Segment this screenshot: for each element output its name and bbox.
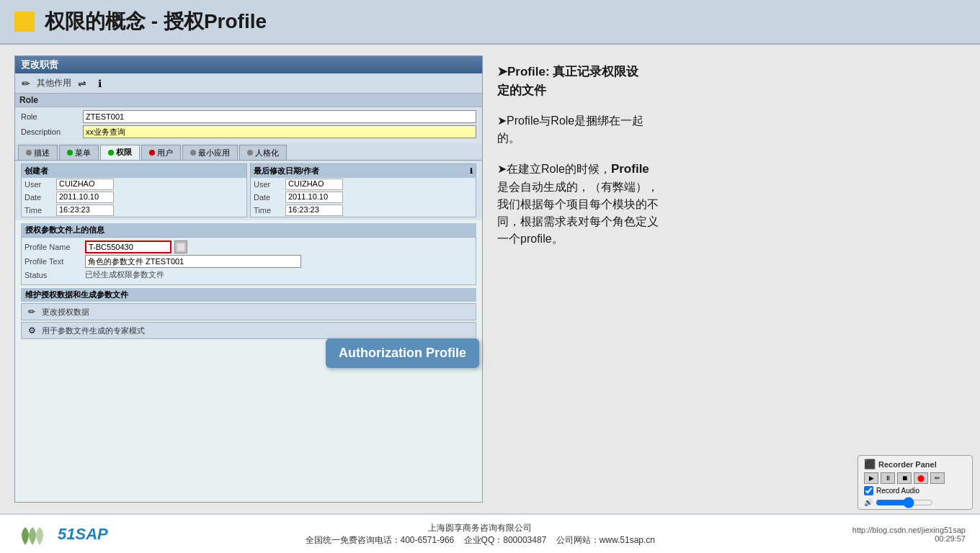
right-item-1: ➤Profile: 真正记录权限设定的文件 (497, 63, 951, 99)
description-field-row: Description (21, 125, 476, 138)
auth-profile-tooltip: Authorization Profile (326, 338, 479, 368)
toolbar-info-icon[interactable]: ℹ (93, 77, 106, 90)
main-content: 更改职责 ✏ 其他作用 ⇌ ℹ Role Role Description (0, 45, 980, 513)
footer-contact: 全国统一免费咨询电话：400-6571-966 企业QQ：800003487 公… (306, 534, 656, 547)
recorder-controls: ▶ ⏸ ⏹ ⬤ ✏ (864, 472, 966, 484)
footer-blog: http://blog.csdn.net/jiexing51sap (852, 526, 966, 534)
tab-describe[interactable]: 描述 (18, 145, 58, 160)
tab-menu[interactable]: 菜单 (59, 145, 99, 160)
footer-company: 上海圆享商务咨询有限公司 (306, 522, 656, 534)
tab-bar: 描述 菜单 权限 用户 最小应用 人格化 (15, 143, 482, 161)
recorder-record-btn[interactable]: ⬤ (914, 472, 928, 484)
toolbar-transfer-icon[interactable]: ⇌ (76, 77, 89, 90)
status-value: 已经生成权限参数文件 (85, 269, 164, 280)
expert-mode-label: 用于参数文件生成的专家模式 (42, 325, 145, 336)
profile-name-row: Profile Name ⬜ (24, 240, 473, 253)
tab-personalize-dot (247, 150, 253, 156)
right-item-2: ➤Profile与Role是捆绑在一起的。 (497, 112, 951, 147)
recorder-volume-slider[interactable] (876, 500, 933, 505)
role-input[interactable] (83, 110, 476, 123)
logo-svg (14, 520, 50, 549)
change-auth-button[interactable]: ✏ 更改授权数据 (21, 303, 476, 320)
auth-params-title-text: 授权参数文件上的信息 (25, 225, 104, 234)
modifier-title-text: 最后修改日期/作者 (254, 166, 319, 176)
tab-auth-label: 权限 (116, 147, 132, 158)
recorder-play-btn[interactable]: ▶ (864, 472, 878, 484)
toolbar-edit-icon[interactable]: ✏ (19, 77, 32, 90)
profile-text-row: Profile Text (24, 255, 473, 268)
creator-date-label: Date (24, 193, 53, 202)
profile-name-icon-btn[interactable]: ⬜ (174, 240, 187, 253)
modifier-info-icon[interactable]: ℹ (470, 167, 473, 175)
creator-user-row: User CUIZHAO (22, 178, 246, 191)
modifier-user-label: User (254, 180, 282, 189)
role-field-row: Role (21, 110, 476, 123)
role-label: Role (19, 95, 38, 105)
recorder-pause-btn[interactable]: ⏸ (881, 472, 895, 484)
change-auth-icon: ✏ (26, 306, 37, 318)
creator-date-row: Date 2011.10.10 (22, 191, 246, 204)
modifier-date-label: Date (254, 193, 282, 202)
profile-name-input[interactable] (85, 240, 172, 253)
status-row: Status 已经生成权限参数文件 (24, 269, 473, 280)
modifier-user-row: User CUIZHAO (251, 178, 476, 191)
tab-personalize[interactable]: 人格化 (239, 145, 287, 160)
tab-user-dot (149, 150, 155, 156)
tab-user[interactable]: 用户 (141, 145, 181, 160)
tab-menu-label: 菜单 (75, 148, 91, 158)
change-auth-label: 更改授权数据 (42, 307, 89, 318)
maintain-area: ✏ 更改授权数据 ⚙ 用于参数文件生成的专家模式 (21, 303, 476, 339)
footer-center: 上海圆享商务咨询有限公司 全国统一免费咨询电话：400-6571-966 企业Q… (306, 522, 656, 547)
profile-name-label: Profile Name (24, 243, 82, 251)
creator-box-title: 创建者 (22, 164, 246, 178)
recorder-volume-icon: 🔊 (864, 498, 873, 506)
tab-describe-label: 描述 (34, 148, 50, 158)
modifier-date-row: Date 2011.10.10 (251, 191, 476, 204)
logo-text: 51SAP (58, 525, 108, 544)
creator-date-value: 2011.10.10 (56, 192, 114, 203)
modifier-time-row: Time 16:23:23 (251, 204, 476, 217)
modifier-time-value: 16:23:23 (285, 204, 343, 216)
recorder-stop-btn[interactable]: ⏹ (897, 472, 912, 484)
right-panel: ➤Profile: 真正记录权限设定的文件 ➤Profile与Role是捆绑在一… (483, 55, 966, 503)
creator-time-label: Time (24, 206, 53, 215)
profile-text-input[interactable] (85, 255, 301, 268)
expert-mode-icon: ⚙ (26, 325, 37, 336)
footer-website: 公司网站：www.51sap.cn (556, 535, 655, 545)
creator-time-value: 16:23:23 (56, 204, 114, 216)
right-item-3: ➤在建立Role的时候，Profile 是会自动生成的，（有弊端）， 我们根据每… (497, 160, 951, 248)
tab-auth[interactable]: 权限 (100, 145, 140, 160)
footer-right: http://blog.csdn.net/jiexing51sap 00:29:… (852, 526, 966, 543)
recorder-title-text: Recorder Panel (878, 460, 937, 469)
status-label: Status (24, 271, 82, 279)
profile-text-label: Profile Text (24, 257, 82, 266)
expert-mode-button[interactable]: ⚙ 用于参数文件生成的专家模式 (21, 322, 476, 339)
recorder-audio-label: Record Audio (876, 487, 919, 495)
footer: 51SAP 上海圆享商务咨询有限公司 全国统一免费咨询电话：400-6571-9… (0, 513, 980, 553)
description-input[interactable] (83, 125, 476, 138)
creator-user-label: User (24, 180, 53, 189)
modifier-box-title: 最后修改日期/作者 ℹ (251, 164, 476, 178)
recorder-settings-btn[interactable]: ✏ (930, 472, 945, 484)
recorder-audio-row: Record Audio (864, 486, 966, 495)
toolbar-other-actions[interactable]: 其他作用 (37, 77, 71, 89)
modifier-date-value: 2011.10.10 (285, 192, 343, 203)
recorder-audio-checkbox[interactable] (864, 486, 873, 495)
tab-user-label: 用户 (157, 148, 173, 158)
tooltip-text: Authorization Profile (339, 346, 466, 360)
modifier-time-label: Time (254, 206, 282, 215)
role-section-label: Role (15, 94, 482, 107)
auth-params-title: 授权参数文件上的信息 (21, 223, 476, 237)
recorder-panel: ⬛ Recorder Panel ▶ ⏸ ⏹ ⬤ ✏ Record Audio … (858, 455, 973, 510)
tab-personalize-label: 人格化 (255, 148, 279, 158)
tab-min-app[interactable]: 最小应用 (182, 145, 238, 160)
modifier-user-value: CUIZHAO (285, 179, 343, 190)
role-form-area: Role Description (15, 107, 482, 143)
tab-auth-dot (108, 150, 114, 156)
page-title: 权限的概念 - 授权Profile (45, 8, 267, 35)
sap-window: 更改职责 ✏ 其他作用 ⇌ ℹ Role Role Description (14, 55, 483, 503)
creator-title-text: 创建者 (24, 166, 48, 176)
footer-qq: 企业QQ：800003487 (464, 535, 547, 545)
footer-phone: 全国统一免费咨询电话：400-6571-966 (306, 535, 455, 545)
creator-user-value: CUIZHAO (56, 179, 114, 190)
